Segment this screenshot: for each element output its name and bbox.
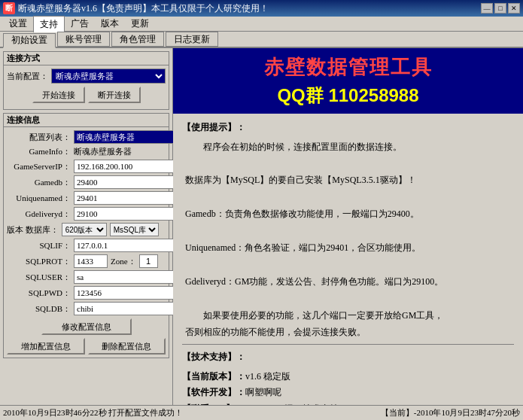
menu-settings[interactable]: 设置	[3, 16, 33, 32]
menu-ads[interactable]: 广告	[65, 16, 95, 32]
zone-input[interactable]	[139, 254, 158, 268]
tab-role-mgmt[interactable]: 角色管理	[111, 32, 164, 47]
sqlpwd-label: SQLPWD：	[7, 288, 71, 299]
menu-update[interactable]: 更新	[125, 16, 155, 32]
tech-support-section: 【技术支持】： 【当前版本】：v1.6 稳定版 【软件开发】：啊塑啊呢 【联系 …	[182, 349, 514, 405]
tip-line-3: 数据库为【MySQL】的要自己安装【MySQL3.5.1驱动】！	[185, 172, 514, 187]
banner-qq: QQ群 110258988	[182, 84, 514, 108]
close-button[interactable]: ✕	[508, 3, 520, 14]
right-panel: 赤壁数据管理工具 QQ群 110258988 【使用提示】： 程序会在初始的时候…	[173, 48, 523, 405]
tip-line-10	[185, 291, 514, 306]
menu-version[interactable]: 版本	[95, 16, 125, 32]
info-section-title: 连接信息	[4, 114, 169, 127]
tech-items: 【当前版本】：v1.6 稳定版 【软件开发】：啊塑啊呢 【联系 QQ】：3315…	[182, 369, 514, 405]
sqlprot-input[interactable]	[74, 254, 108, 268]
connect-section-title: 连接方式	[4, 52, 169, 65]
gameinfo-label: GameInfo：	[7, 146, 71, 157]
tech-support-title: 【技术支持】：	[182, 349, 514, 366]
maximize-button[interactable]: □	[494, 3, 506, 14]
connect-section: 连接方式 当前配置： 断魂赤壁服务器 开始连接 断开连接	[3, 51, 169, 110]
app-icon: 断	[3, 2, 15, 14]
tabs-bar: 初始设置 账号管理 角色管理 日志更新	[0, 32, 523, 48]
usage-tips-content: 程序会在初始的时候，连接配置里面的数据连接。 数据库为【MySQL】的要自己安装…	[185, 139, 514, 340]
sqlpwd-input[interactable]	[74, 286, 179, 300]
uniquenamed-input[interactable]	[74, 191, 179, 205]
tip-line-11: 如果要使用必要的功能，这几个端口一定要开放给GM工具，	[185, 308, 514, 323]
window-title: 断魂赤壁服务器v1.6【免责声明】本工具仅限于个人研究使用！	[18, 2, 269, 15]
info-panel: 【使用提示】： 程序会在初始的时候，连接配置里面的数据连接。 数据库为【MySQ…	[173, 114, 523, 405]
disconnect-button[interactable]: 断开连接	[88, 87, 141, 103]
gamedb-input[interactable]	[74, 175, 179, 189]
zone-label: Zone：	[111, 256, 136, 267]
version-select[interactable]: 620版本	[62, 223, 107, 236]
tech-item-version: 【当前版本】：v1.6 稳定版	[182, 369, 514, 385]
tech-item-qq: 【联系 QQ】：3315160（远程技术支持）	[182, 401, 514, 405]
version-label: 版本 数据库：	[7, 224, 59, 236]
tech-item-developer: 【软件开发】：啊塑啊呢	[182, 385, 514, 401]
sqldb-input[interactable]	[74, 302, 179, 315]
sqldb-label: SQLDB：	[7, 303, 71, 315]
window-controls: — □ ✕	[481, 3, 520, 14]
sqlif-label: SQLIF：	[7, 240, 71, 251]
info-section: 连接信息 配置列表： GameInfo： 断魂赤壁服务器 GameServerI…	[3, 113, 169, 358]
title-bar: 断 断魂赤壁服务器v1.6【免责声明】本工具仅限于个人研究使用！ — □ ✕	[0, 0, 523, 17]
sqlprot-label: SQLPROT：	[7, 256, 71, 267]
tip-line-12: 否则相应的功能不能使用，会提示连接失败。	[185, 324, 514, 339]
tip-line-5: Gamedb：负责角色数据修改功能使用，一般端口为29400。	[185, 206, 514, 221]
add-config-button[interactable]: 增加配置信息	[7, 338, 85, 355]
left-panel: 连接方式 当前配置： 断魂赤壁服务器 开始连接 断开连接 连接信息 配置列表：	[0, 48, 173, 405]
sqlif-input[interactable]	[74, 239, 179, 252]
gameserverip-label: GameServerIP：	[7, 161, 71, 172]
gamedb-label: Gamedb：	[7, 177, 71, 188]
tip-line-6	[185, 224, 514, 239]
config-list-input[interactable]	[74, 130, 179, 144]
status-right-text: 【当前】-2010年10月9日23时47分20秒	[381, 407, 520, 418]
gdeliveryd-label: Gdeliveryd：	[7, 208, 71, 220]
modify-config-button[interactable]: 修改配置信息	[41, 318, 132, 335]
tip-line-2	[185, 156, 514, 171]
gameserverip-input[interactable]	[74, 160, 179, 173]
sqluser-label: SQLUSER：	[7, 272, 71, 283]
tip-line-4	[185, 190, 514, 205]
gameinfo-value: 断魂赤壁服务器	[74, 146, 132, 157]
main-content: 连接方式 当前配置： 断魂赤壁服务器 开始连接 断开连接 连接信息 配置列表：	[0, 48, 523, 405]
status-left-text: 2010年10月9日23时46分22秒 打开配置文件成功！	[3, 407, 381, 418]
usage-tips-title: 【使用提示】：	[182, 120, 514, 136]
menu-support[interactable]: 支持	[33, 16, 65, 32]
delete-config-button[interactable]: 删除配置信息	[88, 338, 166, 355]
gdeliveryd-input[interactable]	[74, 207, 179, 221]
sqluser-input[interactable]	[74, 270, 179, 284]
minimize-button[interactable]: —	[481, 3, 493, 14]
tab-log-update[interactable]: 日志更新	[166, 32, 218, 47]
tip-line-8	[185, 257, 514, 272]
tip-line-1: 程序会在初始的时候，连接配置里面的数据连接。	[185, 139, 514, 154]
tip-line-7: Uniquenamed：角色名验证，端口为29401，合区功能使用。	[185, 240, 514, 255]
banner-title: 赤壁数据管理工具	[182, 54, 514, 81]
tab-account-mgmt[interactable]: 账号管理	[57, 32, 110, 47]
usage-tips-section: 【使用提示】： 程序会在初始的时候，连接配置里面的数据连接。 数据库为【MySQ…	[182, 120, 514, 339]
menu-bar: 设置 支持 广告 版本 更新	[0, 17, 523, 32]
config-select[interactable]: 断魂赤壁服务器	[51, 68, 166, 84]
status-bar: 2010年10月9日23时46分22秒 打开配置文件成功！ 【当前】-2010年…	[0, 405, 523, 420]
banner: 赤壁数据管理工具 QQ群 110258988	[173, 48, 523, 114]
current-config-label: 当前配置：	[7, 71, 48, 82]
divider	[182, 344, 514, 345]
uniquenamed-label: Uniquenamed：	[7, 193, 71, 204]
config-list-label: 配置列表：	[7, 132, 71, 143]
tip-line-9: Gdeliveryd：GM功能，发送公告、封停角色功能。端口为29100。	[185, 274, 514, 289]
db-select[interactable]: MsSQL库	[110, 223, 159, 236]
tab-initial-setup[interactable]: 初始设置	[3, 33, 56, 48]
connect-button[interactable]: 开始连接	[32, 87, 85, 103]
